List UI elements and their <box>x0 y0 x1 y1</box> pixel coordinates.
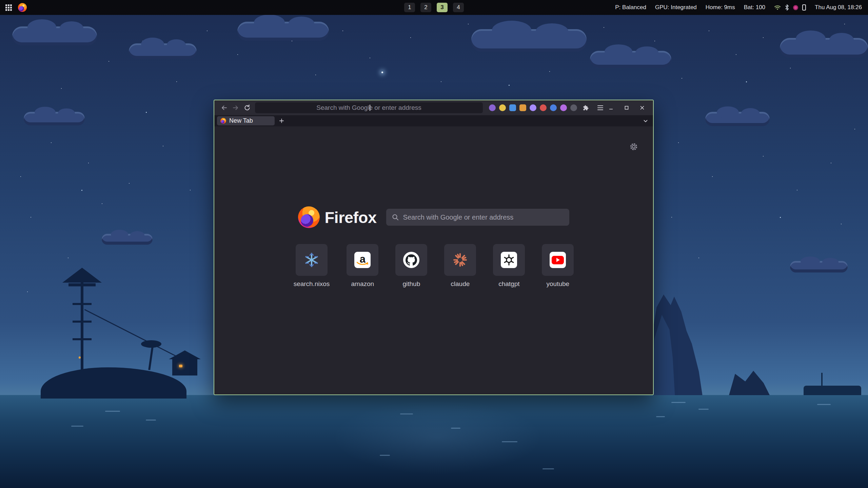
taskbar: 1 2 3 4 P: Balanced GPU: Integrated Home… <box>0 0 868 15</box>
workspace-2[interactable]: 2 <box>420 3 431 12</box>
maximize-button[interactable] <box>621 102 632 113</box>
cloud <box>780 38 868 58</box>
extensions-puzzle-button[interactable] <box>580 102 591 113</box>
water-sparkle <box>656 416 665 417</box>
island-mound <box>41 367 186 399</box>
app-launcher-icon[interactable] <box>5 4 12 11</box>
power-profile-status: P: Balanced <box>615 4 646 11</box>
lit-window <box>79 357 81 359</box>
firefox-taskbar-icon[interactable] <box>18 3 27 12</box>
workspace-switcher: 1 2 3 4 <box>404 0 464 15</box>
shortcut-search-nixos[interactable]: search.nixos <box>294 244 330 288</box>
shortcut-tile <box>296 244 328 276</box>
water-sparkle <box>817 404 831 405</box>
browser-toolbar: Search with Google or enter address <box>214 100 653 115</box>
flat-island <box>804 386 861 395</box>
new-tab-page: Firefox <box>214 126 653 395</box>
extension-icon-2[interactable] <box>499 104 506 111</box>
url-bar[interactable]: Search with Google or enter address <box>255 102 483 113</box>
back-arrow-icon <box>221 104 228 111</box>
extension-icon-8[interactable] <box>560 104 567 111</box>
text-caret <box>370 105 370 111</box>
shortcut-label: chatgpt <box>498 280 519 288</box>
plus-icon <box>279 118 284 123</box>
shortcut-tile <box>542 244 574 276</box>
water-sparkle <box>698 409 709 410</box>
tab-title: New Tab <box>229 117 253 124</box>
openai-knot-icon <box>503 254 515 266</box>
extensions-row <box>489 102 606 113</box>
rope-bridge <box>84 309 188 362</box>
extension-icon-5[interactable] <box>530 104 536 111</box>
lit-window <box>179 365 182 367</box>
reload-button[interactable] <box>241 102 253 113</box>
taskbar-left <box>0 3 27 12</box>
bright-star <box>381 72 383 73</box>
forward-button[interactable] <box>230 102 241 113</box>
shortcut-label: claude <box>451 280 470 288</box>
list-all-tabs-button[interactable] <box>641 116 650 126</box>
tab-strip: New Tab <box>214 115 653 126</box>
url-bar-placeholder: Search with Google or enter address <box>316 104 421 111</box>
close-button[interactable] <box>637 102 648 113</box>
shortcut-youtube[interactable]: youtube <box>542 244 574 288</box>
new-tab-button[interactable] <box>277 116 286 126</box>
reload-icon <box>244 104 251 111</box>
water-sparkle <box>502 441 517 442</box>
extension-icon-9[interactable] <box>570 104 577 111</box>
wifi-icon[interactable] <box>774 5 781 10</box>
workspace-3-active[interactable]: 3 <box>437 3 448 12</box>
home-ping-status: Home: 9ms <box>706 4 735 11</box>
bluetooth-icon[interactable] <box>785 4 789 11</box>
shortcut-claude[interactable]: claude <box>444 244 476 288</box>
back-button[interactable] <box>218 102 230 113</box>
app-menu-button[interactable] <box>595 102 606 113</box>
taskbar-right: P: Balanced GPU: Integrated Home: 9ms Ba… <box>615 4 868 11</box>
workspace-1[interactable]: 1 <box>404 3 415 12</box>
tower-arm <box>73 338 92 340</box>
taskbar-icon-tray <box>774 4 806 11</box>
extension-icon-6[interactable] <box>540 104 547 111</box>
newtab-hero: Firefox <box>214 206 653 228</box>
close-icon <box>640 105 645 110</box>
newtab-search-input[interactable] <box>403 214 564 221</box>
device-icon[interactable] <box>802 4 806 11</box>
water-sparkle <box>380 455 390 456</box>
newtab-search[interactable] <box>386 209 569 226</box>
extension-icon-1[interactable] <box>489 104 496 111</box>
personalize-button[interactable] <box>629 142 639 152</box>
extension-icon-7[interactable] <box>550 104 557 111</box>
workspace-4[interactable]: 4 <box>453 3 464 12</box>
island-left <box>37 268 214 399</box>
cloud <box>24 112 85 125</box>
shortcut-label: youtube <box>547 280 570 288</box>
water-sparkle <box>146 420 156 421</box>
cloud <box>237 22 329 41</box>
water-sparkle <box>451 428 460 429</box>
chevron-down-icon <box>643 118 648 124</box>
gpu-status: GPU: Integrated <box>655 4 697 11</box>
water-sparkle <box>400 413 413 414</box>
hamburger-icon <box>597 105 603 110</box>
amazon-icon: a <box>354 252 371 268</box>
extension-icon-3[interactable] <box>509 104 516 111</box>
amazon-swoosh-icon <box>356 262 369 266</box>
screen-color-icon[interactable] <box>793 5 798 10</box>
puzzle-icon <box>583 104 589 111</box>
shortcut-chatgpt[interactable]: chatgpt <box>493 244 525 288</box>
chatgpt-icon <box>501 252 517 268</box>
claude-starburst-icon <box>452 252 468 268</box>
minimize-button[interactable] <box>606 102 616 113</box>
tab-new-tab[interactable]: New Tab <box>217 116 275 125</box>
youtube-play-icon <box>552 256 564 264</box>
island-right <box>644 288 868 399</box>
shortcut-github[interactable]: github <box>395 244 427 288</box>
shortcut-amazon[interactable]: a amazon <box>347 244 378 288</box>
battery-status: Bat: 100 <box>744 4 765 11</box>
hut <box>172 359 197 375</box>
maximize-icon <box>624 105 629 110</box>
github-icon <box>403 252 419 268</box>
grid-icon <box>5 4 12 11</box>
clock: Thu Aug 08, 18:26 <box>815 4 862 11</box>
extension-icon-4[interactable] <box>519 104 526 111</box>
